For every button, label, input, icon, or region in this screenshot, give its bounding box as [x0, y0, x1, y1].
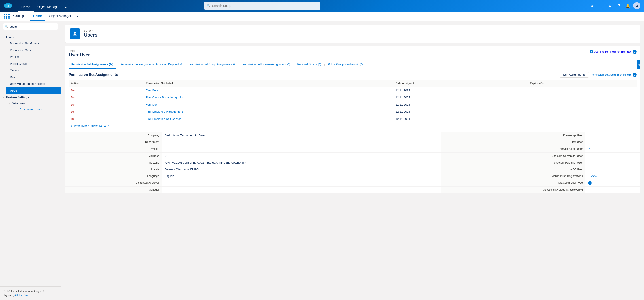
sidebar: 🔍 ▼ Users Permission Set Groups Permissi…	[0, 21, 61, 300]
expires-on-cell	[528, 94, 636, 101]
expires-on-cell	[528, 108, 636, 115]
nav-tab-home[interactable]: Home	[18, 3, 34, 12]
perm-help-icon[interactable]: ?	[632, 73, 636, 77]
tab-activation-required[interactable]: Permission Set Assignments: Activation R…	[118, 60, 185, 69]
tab-license-assignments[interactable]: Permission Set License Assignments (0)	[240, 60, 293, 69]
main-layout: 🔍 ▼ Users Permission Set Groups Permissi…	[0, 21, 644, 300]
favorites-icon[interactable]: ★	[588, 2, 596, 9]
detail-value-left	[162, 145, 441, 153]
help-for-page-link[interactable]: Help for this Page	[610, 50, 632, 53]
perm-label-link[interactable]: Flair Employee Self Service	[146, 117, 182, 121]
sidebar-group-users[interactable]: ▼ Users	[0, 34, 61, 40]
tab-public-group-membership[interactable]: Public Group Membership (0)	[325, 60, 366, 69]
prospector-users-link[interactable]: Prospector Users	[20, 108, 42, 112]
notification-icon[interactable]: 🔔	[624, 2, 632, 9]
setup-icon[interactable]: ⚙	[606, 2, 614, 9]
col-label: Permission Set Label	[144, 80, 393, 87]
right-detail-link[interactable]: View	[588, 173, 600, 179]
tab-count: (0)	[360, 63, 363, 66]
tab-separator-6: |	[366, 63, 366, 66]
salesforce-logo[interactable]: sf	[4, 1, 12, 10]
scroll-handle[interactable]: ◀	[637, 60, 640, 69]
sidebar-item-prospector-users[interactable]: Prospector Users	[16, 106, 61, 113]
sidebar-bottom-text: Didn't find what you're looking for?Try …	[0, 286, 61, 300]
date-assigned-cell: 12.11.2024	[393, 115, 528, 123]
sidebar-search-wrapper: 🔍	[0, 21, 61, 32]
del-link[interactable]: Del	[71, 103, 75, 106]
nav-tab-object-manager[interactable]: Object Manager	[34, 3, 63, 12]
tab-group-assignments[interactable]: Permission Set Group Assignments (0)	[187, 60, 238, 69]
col-date: Date Assigned	[393, 80, 528, 87]
perm-label-link[interactable]: Flair Career Portal Integration	[146, 96, 184, 99]
detail-value-left: (GMT+01:00) Central European Standard Ti…	[162, 159, 441, 166]
nav-tabs-more[interactable]: ▾	[63, 4, 68, 12]
table-row: Del Flair Career Portal Integration 12.1…	[69, 94, 636, 101]
user-name: User User	[69, 52, 90, 59]
perm-section-help-link[interactable]: Permission Set Assignments Help	[590, 73, 631, 76]
sidebar-datacom-children: Prospector Users	[6, 106, 61, 113]
del-link[interactable]: Del	[71, 117, 75, 121]
show-more-link[interactable]: Show 5 more »	[71, 124, 89, 127]
detail-value-left	[162, 179, 441, 187]
sidebar-item-queues[interactable]: Queues	[6, 67, 61, 74]
table-row: Del Flair Employee Self Service 12.11.20…	[69, 115, 636, 123]
user-profile-link[interactable]: User Profile	[594, 50, 608, 53]
sidebar-item-profiles[interactable]: Profiles	[6, 54, 61, 60]
perm-label-link[interactable]: Flair Dev	[146, 103, 158, 106]
global-search-input[interactable]	[204, 2, 320, 9]
date-assigned-cell: 12.11.2024	[393, 87, 528, 94]
sidebar-item-label: User Management Settings	[10, 82, 45, 86]
detail-label-right: WDC User	[440, 166, 586, 173]
del-link[interactable]: Del	[71, 96, 75, 99]
detail-label-right: Service Cloud User	[440, 145, 586, 153]
main-panel: User User User 🖼 User Profile · Help for…	[65, 45, 640, 193]
setup-header-text: SETUP Users	[84, 29, 98, 38]
tab-separator-2: |	[186, 63, 186, 66]
setup-nav-tabs: Home Object Manager ▾	[30, 12, 80, 21]
tab-personal-groups[interactable]: Personal Groups (0)	[294, 60, 324, 69]
tab-label: Permission Set Assignments: Activation R…	[120, 63, 179, 66]
sidebar-item-label: Roles	[10, 75, 17, 79]
tab-permission-set-assignments[interactable]: Permission Set Assignments (5+)	[69, 60, 116, 69]
tab-count: (0)	[318, 63, 321, 66]
help-page-icon[interactable]: ?	[632, 50, 636, 54]
edit-assignments-button[interactable]: Edit Assignments	[560, 72, 589, 78]
setup-tabs-more[interactable]: ▾	[75, 12, 80, 21]
perm-label-link[interactable]: Flair Employee Management	[146, 110, 183, 113]
sidebar-group-users-label: Users	[6, 35, 14, 39]
sidebar-search-input[interactable]	[3, 23, 58, 30]
user-type-label: User	[69, 50, 90, 52]
sidebar-group-datacom[interactable]: ▼ Data.com	[6, 100, 61, 106]
sidebar-item-public-groups[interactable]: Public Groups	[6, 60, 61, 67]
sidebar-item-user-management-settings[interactable]: User Management Settings	[6, 81, 61, 87]
sidebar-users-children: Permission Set Groups Permission Sets Pr…	[0, 40, 61, 94]
svg-point-6	[74, 32, 76, 34]
content-area: SETUP Users User User User 🖼 User Profil…	[61, 21, 644, 300]
help-separator: ·	[609, 50, 609, 53]
del-link[interactable]: Del	[71, 110, 75, 113]
info-icon[interactable]: i	[588, 181, 592, 185]
help-icon[interactable]: ?	[616, 2, 622, 9]
sidebar-item-users[interactable]: Users	[6, 87, 61, 94]
sidebar-item-roles[interactable]: Roles	[6, 74, 61, 81]
sidebar-item-permission-sets[interactable]: Permission Sets	[6, 47, 61, 54]
global-search-link[interactable]: Global Search	[15, 294, 32, 297]
sidebar-item-permission-set-groups[interactable]: Permission Set Groups	[6, 40, 61, 47]
date-assigned-cell: 12.11.2024	[393, 101, 528, 108]
waffle-icon[interactable]: ⊞	[598, 2, 605, 9]
go-to-list-link[interactable]: Go to list (15) »	[91, 124, 110, 127]
avatar[interactable]: U	[633, 2, 640, 9]
sidebar-group-feature-settings[interactable]: ▼ Feature Settings	[0, 94, 61, 100]
setup-tab-home[interactable]: Home	[30, 12, 46, 21]
user-detail-header: User User User 🖼 User Profile · Help for…	[65, 46, 640, 60]
tab-separator-4: |	[294, 63, 294, 66]
detail-label-right: Site.com Publisher User	[440, 159, 586, 166]
permission-set-section: Permission Set Assignments Edit Assignme…	[65, 69, 640, 132]
date-assigned-cell: 12.11.2024	[393, 108, 528, 115]
del-link[interactable]: Del	[71, 89, 75, 92]
detail-value-right	[586, 186, 640, 193]
setup-tab-object-manager[interactable]: Object Manager	[46, 12, 75, 21]
perm-label-link[interactable]: Flair Beta	[146, 89, 158, 92]
apps-grid-icon[interactable]	[4, 14, 10, 18]
table-row: Del Flair Employee Management 12.11.2024	[69, 108, 636, 115]
